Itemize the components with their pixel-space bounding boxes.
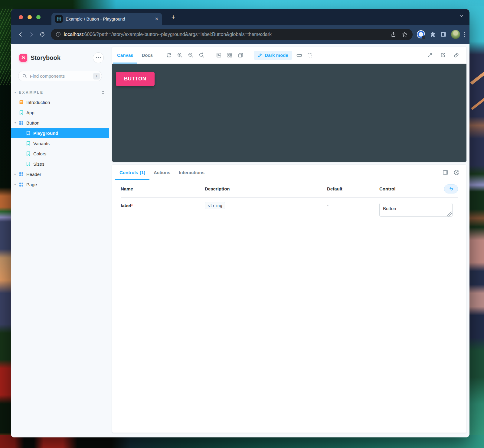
sidebar-item-label: Sizes xyxy=(33,161,44,167)
column-control: Control xyxy=(379,186,444,191)
sidebar-item-header[interactable]: ▸ Header xyxy=(11,169,109,179)
tab-docs[interactable]: Docs xyxy=(137,47,157,63)
bookmark-star-icon[interactable] xyxy=(402,31,408,37)
story-button[interactable]: BUTTON xyxy=(116,72,155,86)
backgrounds-icon[interactable] xyxy=(213,50,224,61)
tab-actions[interactable]: Actions xyxy=(149,165,175,180)
measure-ruler-icon[interactable] xyxy=(294,50,305,61)
story-bookmark-icon xyxy=(26,161,31,167)
sidebar-item-page[interactable]: ▸ Page xyxy=(11,179,109,190)
outline-icon[interactable] xyxy=(305,50,316,61)
reset-zoom-icon[interactable] xyxy=(196,50,207,61)
required-asterisk: * xyxy=(131,203,133,208)
sidebar-item-introduction[interactable]: ▸ Introduction xyxy=(11,97,109,107)
open-canvas-new-tab-icon[interactable] xyxy=(437,50,448,61)
new-tab-button[interactable]: + xyxy=(168,13,178,22)
column-default: Default xyxy=(327,186,379,191)
column-description: Description xyxy=(205,186,327,191)
profile-avatar[interactable] xyxy=(451,30,460,39)
expand-collapse-icon[interactable] xyxy=(101,90,105,95)
traffic-lights xyxy=(19,15,41,19)
close-window-button[interactable] xyxy=(19,15,23,19)
sidebar-item-label: Playground xyxy=(33,131,58,136)
forward-button[interactable] xyxy=(26,29,37,40)
sidebar-item-label: Introduction xyxy=(26,100,50,105)
sidebar-item-label: Button xyxy=(26,120,39,125)
tab-canvas[interactable]: Canvas xyxy=(113,47,137,63)
reset-controls-button[interactable] xyxy=(444,184,458,193)
zoom-window-button[interactable] xyxy=(36,15,41,19)
component-icon xyxy=(19,172,24,177)
story-bookmark-icon xyxy=(19,110,24,115)
controls-table: Name Description Default Control label* … xyxy=(112,180,466,223)
back-button[interactable] xyxy=(15,29,26,40)
close-panel-icon[interactable] xyxy=(453,169,460,176)
extensions-puzzle-icon[interactable] xyxy=(429,31,436,38)
viewport-icon[interactable] xyxy=(235,50,246,61)
controls-table-header: Name Description Default Control xyxy=(121,180,458,198)
sidebar-item-label: Header xyxy=(26,172,41,177)
tab-search-chevron-icon[interactable] xyxy=(459,14,463,18)
story-bookmark-icon xyxy=(26,141,31,146)
sidebar-menu-button[interactable] xyxy=(93,52,104,63)
sidebar-item-label: Page xyxy=(26,182,37,187)
dark-mode-button[interactable]: Dark mode xyxy=(254,51,292,60)
addon-panel: Controls(1) Actions Interactions xyxy=(112,165,466,433)
preview-card: Canvas Docs xyxy=(112,47,466,162)
sidebar-item-playground[interactable]: ▸ Playground xyxy=(11,128,109,138)
copy-link-icon[interactable] xyxy=(451,50,462,61)
side-panel-icon[interactable] xyxy=(440,31,447,38)
url-text: localhost:6006/?path=/story/example-butt… xyxy=(64,32,385,37)
lock-icon xyxy=(422,36,425,39)
component-icon xyxy=(19,182,24,187)
search-input[interactable] xyxy=(29,73,93,79)
panel-position-icon[interactable] xyxy=(442,169,449,176)
zoom-in-icon[interactable] xyxy=(174,50,185,61)
sidebar-item-app[interactable]: ▸ App xyxy=(11,107,109,118)
browser-menu-icon[interactable] xyxy=(464,32,466,37)
sidebar-item-label: Colors xyxy=(33,151,46,156)
screen: Example / Button - Playground ✕ + xyxy=(0,0,484,448)
tab-strip: Example / Button - Playground ✕ + xyxy=(11,9,469,25)
browser-tab[interactable]: Example / Button - Playground ✕ xyxy=(51,13,162,25)
sidebar-item-button[interactable]: ▾ Button xyxy=(11,118,109,128)
story-canvas: BUTTON xyxy=(112,64,466,162)
wallpaper-right xyxy=(468,6,484,448)
reload-button[interactable] xyxy=(37,29,48,40)
caret-right-icon: ▸ xyxy=(15,183,19,186)
minimize-window-button[interactable] xyxy=(28,15,32,19)
grid-icon[interactable] xyxy=(224,50,235,61)
pencil-icon xyxy=(258,53,262,57)
tab-close-icon[interactable]: ✕ xyxy=(155,16,159,22)
caret-right-icon: ▸ xyxy=(15,173,19,176)
search-icon xyxy=(22,74,27,78)
undo-icon xyxy=(449,187,453,191)
sidebar-item-variants[interactable]: ▸ Variants xyxy=(11,138,109,148)
site-info-icon[interactable] xyxy=(56,32,61,37)
arg-control: Button xyxy=(379,203,458,218)
section-label: EXAMPLE xyxy=(19,90,101,95)
tab-controls[interactable]: Controls(1) xyxy=(115,165,149,180)
docs-page-icon xyxy=(19,100,24,105)
remount-story-icon[interactable] xyxy=(163,50,174,61)
sidebar-item-sizes[interactable]: ▸ Sizes xyxy=(11,159,109,169)
address-bar[interactable]: localhost:6006/?path=/story/example-butt… xyxy=(51,29,413,40)
preview-toolbar-right xyxy=(424,50,464,61)
fullscreen-icon[interactable] xyxy=(424,50,435,61)
sidebar-item-colors[interactable]: ▸ Colors xyxy=(11,148,109,159)
section-example[interactable]: ▾ EXAMPLE xyxy=(11,88,109,97)
password-manager-extension-icon[interactable] xyxy=(417,30,425,38)
label-control-input[interactable]: Button xyxy=(379,203,453,217)
share-icon[interactable] xyxy=(391,31,396,37)
tab-interactions[interactable]: Interactions xyxy=(175,165,209,180)
url-host: localhost xyxy=(64,32,83,37)
zoom-out-icon[interactable] xyxy=(185,50,196,61)
search-box[interactable]: / xyxy=(18,71,102,81)
main-area: Canvas Docs xyxy=(109,44,469,437)
url-path: :6006/?path=/story/example-button--playg… xyxy=(83,32,272,37)
brand-title: Storybook xyxy=(31,54,93,61)
browser-window: Example / Button - Playground ✕ + xyxy=(11,9,469,437)
controls-count: (1) xyxy=(140,170,145,175)
arg-description: string xyxy=(205,203,327,209)
caret-down-icon: ▾ xyxy=(15,121,19,124)
